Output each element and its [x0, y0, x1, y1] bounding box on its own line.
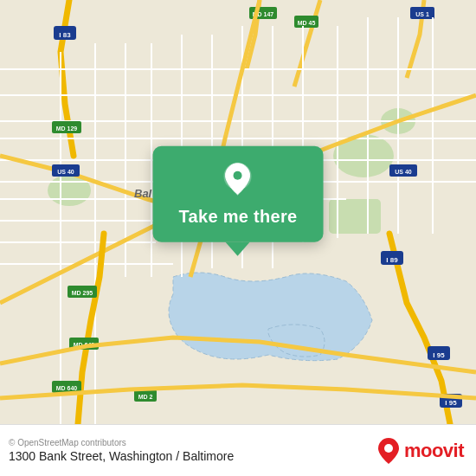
popup-arrow	[226, 242, 250, 256]
svg-text:MD 640: MD 640	[56, 385, 78, 391]
take-me-there-button[interactable]: Take me there	[179, 207, 298, 227]
copyright-text: © OpenStreetMap contributors	[9, 438, 234, 447]
svg-text:US 40: US 40	[395, 169, 412, 175]
moovit-wordmark: moovit	[404, 440, 464, 462]
moovit-logo: moovit	[376, 437, 464, 465]
svg-point-58	[234, 171, 242, 180]
svg-text:I 95: I 95	[445, 399, 457, 407]
map-container: I 83 MD 147 US 1 MD 45	[0, 0, 476, 424]
svg-text:I 83: I 83	[59, 31, 71, 39]
moovit-pin-icon	[376, 437, 401, 465]
svg-text:MD 45: MD 45	[298, 20, 316, 26]
bottom-left: © OpenStreetMap contributors 1300 Bank S…	[9, 438, 234, 463]
svg-text:MD 129: MD 129	[56, 125, 78, 132]
bottom-bar: © OpenStreetMap contributors 1300 Bank S…	[0, 424, 476, 476]
svg-text:Bal: Bal	[134, 187, 152, 200]
svg-text:US 40: US 40	[57, 169, 74, 175]
svg-text:MD 295: MD 295	[72, 290, 93, 296]
svg-text:I 95: I 95	[433, 351, 445, 359]
svg-text:I 89: I 89	[386, 256, 398, 264]
popup-card: Take me there	[153, 146, 324, 242]
svg-text:US 1: US 1	[415, 11, 429, 17]
svg-point-59	[384, 444, 393, 453]
location-pin-icon	[219, 162, 257, 200]
address-text: 1300 Bank Street, Washington / Baltimore	[9, 449, 234, 463]
svg-text:MD 2: MD 2	[138, 394, 153, 400]
popup-overlay: Take me there	[153, 146, 324, 256]
